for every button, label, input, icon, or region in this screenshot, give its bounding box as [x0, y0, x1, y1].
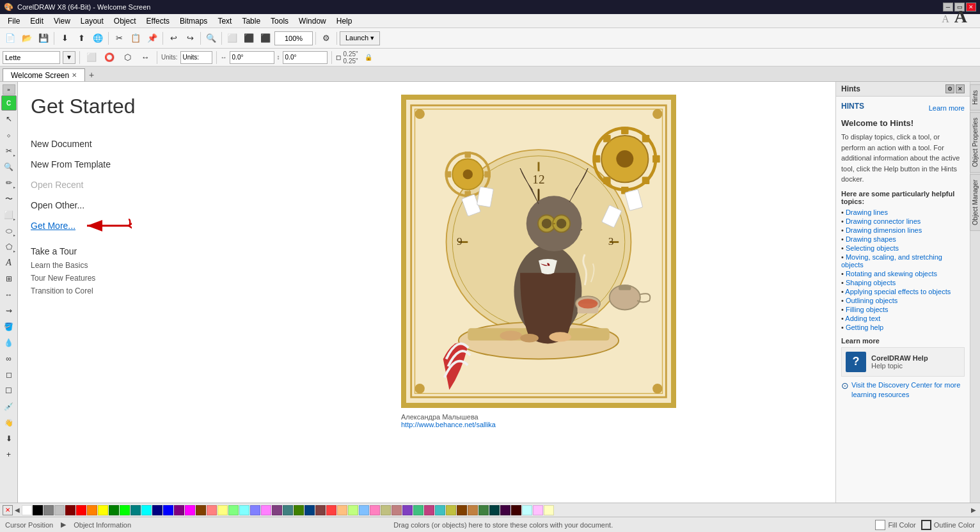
palette-swatch-42[interactable]: [478, 505, 489, 515]
artwork-credit-link[interactable]: http://www.behance.net/sallika: [401, 421, 496, 428]
zoom-tool[interactable]: 🔍: [1, 159, 17, 175]
export-button[interactable]: ⬆: [74, 31, 89, 46]
welcome-tab[interactable]: Welcome Screen ✕: [3, 68, 85, 81]
search-button[interactable]: 🔍: [203, 31, 219, 46]
save-button[interactable]: 💾: [36, 31, 51, 46]
tab-close-button[interactable]: ✕: [72, 72, 77, 79]
eyedropper-tool[interactable]: 💉: [1, 399, 17, 414]
fill-tool[interactable]: 🪣: [1, 319, 17, 334]
palette-swatch-21[interactable]: [250, 505, 260, 515]
menu-file[interactable]: File: [3, 15, 25, 27]
font-name-input[interactable]: [3, 51, 60, 64]
palette-swatch-25[interactable]: [294, 505, 304, 515]
hints-topic-4[interactable]: Selecting objects: [841, 244, 965, 253]
menu-table[interactable]: Table: [237, 15, 265, 27]
palette-swatch-5[interactable]: [76, 505, 86, 515]
fill-color-swatch[interactable]: [875, 520, 885, 530]
font-size-selector[interactable]: ▼: [63, 51, 75, 64]
table-tool[interactable]: ⊞: [1, 271, 17, 286]
right-tab-object-manager[interactable]: Object Manager: [970, 174, 980, 231]
freehand-tool[interactable]: ✏ ▸: [1, 175, 17, 191]
palette-swatch-1[interactable]: [33, 505, 43, 515]
hints-topic-7[interactable]: Shaping objects: [841, 278, 965, 287]
palette-swatch-48[interactable]: [544, 505, 554, 515]
palette-swatch-43[interactable]: [489, 505, 500, 515]
palette-swatch-15[interactable]: [185, 505, 195, 515]
nav-open-other[interactable]: Open Other...: [31, 195, 235, 215]
no-fill-swatch[interactable]: ✕: [3, 505, 13, 515]
polygon-tool[interactable]: ⬡: [120, 50, 135, 65]
hints-topic-11[interactable]: Adding text: [841, 314, 965, 323]
blend-tool[interactable]: ∞: [1, 351, 17, 366]
menu-object[interactable]: Object: [109, 15, 141, 27]
hints-topic-9[interactable]: Outlining objects: [841, 296, 965, 305]
tools-expand[interactable]: »: [3, 84, 15, 95]
palette-swatch-14[interactable]: [174, 505, 184, 515]
nav-new-from-template[interactable]: New From Template: [31, 154, 235, 175]
hints-topic-5[interactable]: Moving, scaling, and stretching objects: [841, 253, 965, 269]
hints-close-button[interactable]: ✕: [956, 84, 965, 93]
new-button[interactable]: 📄: [3, 31, 18, 46]
nav-get-more[interactable]: Get More...: [31, 215, 75, 236]
zoom-input[interactable]: [274, 31, 313, 45]
smear-tool[interactable]: 👋: [1, 415, 17, 430]
palette-swatch-32[interactable]: [370, 505, 380, 515]
open-button[interactable]: 📂: [19, 31, 35, 46]
units-arrow[interactable]: ↔: [138, 50, 153, 65]
palette-swatch-20[interactable]: [239, 505, 249, 515]
nav-new-document[interactable]: New Document: [31, 134, 235, 154]
add-tab-button[interactable]: +: [85, 68, 98, 81]
palette-swatch-36[interactable]: [413, 505, 423, 515]
paste-button[interactable]: 📌: [145, 31, 160, 46]
lock-ratio[interactable]: 🔒: [361, 50, 376, 65]
menu-window[interactable]: Window: [294, 15, 331, 27]
palette-swatch-34[interactable]: [391, 505, 402, 515]
palette-swatch-26[interactable]: [304, 505, 315, 515]
palette-swatch-38[interactable]: [435, 505, 445, 515]
right-tab-hints[interactable]: Hints: [970, 84, 980, 111]
hints-topic-1[interactable]: Drawing connector lines: [841, 217, 965, 226]
palette-swatch-40[interactable]: [457, 505, 467, 515]
palette-swatch-27[interactable]: [315, 505, 326, 515]
menu-text[interactable]: Text: [212, 15, 237, 27]
align-right[interactable]: ⬛: [258, 31, 273, 46]
palette-swatch-10[interactable]: [130, 505, 141, 515]
palette-swatch-11[interactable]: [141, 505, 152, 515]
menu-help[interactable]: Help: [331, 15, 358, 27]
palette-swatch-22[interactable]: [261, 505, 271, 515]
nav-transition-corel[interactable]: Transition to Corel: [31, 285, 235, 297]
palette-swatch-33[interactable]: [381, 505, 391, 515]
palette-swatch-28[interactable]: [326, 505, 336, 515]
palette-swatch-41[interactable]: [468, 505, 478, 515]
oval-tool[interactable]: ⭕: [102, 50, 117, 65]
palette-left-arrow[interactable]: ◀: [13, 506, 21, 513]
palette-swatch-23[interactable]: [272, 505, 282, 515]
crop-tool[interactable]: ✂ ▸: [1, 143, 17, 159]
extrude-tool[interactable]: ◻: [1, 367, 17, 382]
palette-swatch-39[interactable]: [446, 505, 456, 515]
palette-swatch-18[interactable]: [217, 505, 228, 515]
palette-swatch-17[interactable]: [207, 505, 217, 515]
text-tool[interactable]: A: [1, 255, 17, 270]
palette-swatch-8[interactable]: [109, 505, 119, 515]
palette-swatch-7[interactable]: [98, 505, 108, 515]
cut-button[interactable]: ✂: [111, 31, 127, 46]
palette-swatch-4[interactable]: [65, 505, 75, 515]
menu-edit[interactable]: Edit: [25, 15, 49, 27]
palette-swatch-37[interactable]: [424, 505, 434, 515]
copy-button[interactable]: 📋: [128, 31, 143, 46]
connector-tool[interactable]: ⇝: [1, 303, 17, 318]
nav-learn-basics[interactable]: Learn the Basics: [31, 259, 235, 272]
rect-tool[interactable]: ⬜: [84, 50, 99, 65]
nav-tour-features[interactable]: Tour New Features: [31, 272, 235, 285]
palette-swatch-2[interactable]: [43, 505, 54, 515]
options-button[interactable]: ⚙: [319, 31, 334, 46]
palette-swatch-19[interactable]: [228, 505, 239, 515]
launch-button[interactable]: Launch ▾: [340, 31, 380, 45]
menu-view[interactable]: View: [49, 15, 75, 27]
palette-swatch-30[interactable]: [348, 505, 358, 515]
close-button[interactable]: ✕: [966, 3, 976, 12]
hints-discovery-text[interactable]: Visit the Discovery Center for more lear…: [851, 380, 965, 400]
menu-layout[interactable]: Layout: [75, 15, 109, 27]
menu-tools[interactable]: Tools: [265, 15, 294, 27]
